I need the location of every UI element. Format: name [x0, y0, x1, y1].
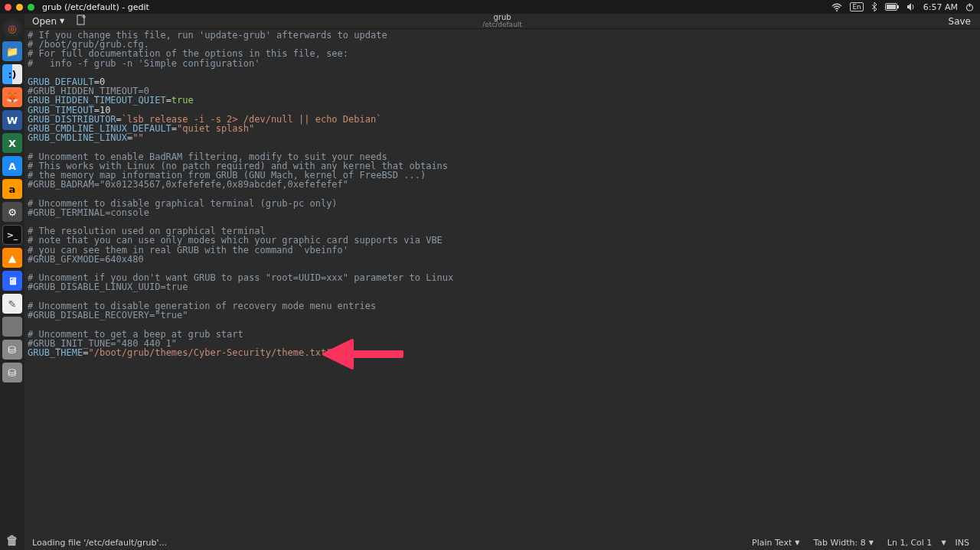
- svg-rect-3: [887, 5, 896, 9]
- code-line: #GRUB_DISABLE_LINUX_UUID=true: [28, 282, 188, 292]
- window-controls: [5, 4, 34, 11]
- launcher-files[interactable]: 📁: [2, 41, 22, 61]
- code-line: #GRUB_TERMINAL=console: [28, 207, 149, 218]
- svg-point-0: [836, 10, 838, 11]
- launcher-display[interactable]: 🖥: [2, 271, 22, 291]
- code-line: #GRUB_DISABLE_RECOVERY="true": [28, 310, 188, 321]
- svg-rect-2: [897, 5, 899, 8]
- launcher: ◎ 📁 :) 🦊 W X A a ⚙ >_ ▲ 🖥 ✎ ⛁ ⛁ 🗑: [0, 14, 24, 550]
- new-document-button[interactable]: [72, 15, 91, 28]
- var-value: "quiet splash": [177, 123, 254, 134]
- var-name: GRUB_THEME: [28, 347, 83, 358]
- insert-mode-label: INS: [956, 538, 969, 548]
- statusbar: Loading file '/etc/default/grub'... Plai…: [24, 535, 980, 550]
- tab-width-label: Tab Width: 8: [813, 538, 865, 548]
- launcher-firefox[interactable]: 🦊: [2, 87, 22, 107]
- menubar: grub (/etc/default) - gedit En 6:57 AM: [0, 0, 980, 14]
- firefox-icon: 🦊: [6, 92, 18, 103]
- open-button[interactable]: Open ▼: [24, 14, 72, 28]
- terminal-icon: >_: [7, 230, 18, 240]
- tab-width-selector[interactable]: Tab Width: 8 ▼: [808, 538, 877, 548]
- language-mode-label: Plain Text: [752, 538, 792, 548]
- equals: =: [172, 123, 177, 134]
- launcher-dash[interactable]: ◎: [2, 18, 22, 38]
- language-mode-selector[interactable]: Plain Text ▼: [747, 538, 804, 548]
- window-title: grub (/etc/default) - gedit: [42, 2, 149, 12]
- open-button-label: Open: [32, 16, 57, 27]
- launcher-gedit[interactable]: ✎: [2, 294, 22, 314]
- launcher-finder[interactable]: :): [2, 64, 22, 84]
- launcher-volume-2[interactable]: ⛁: [2, 363, 22, 382]
- battery-icon[interactable]: [885, 3, 899, 11]
- chevron-down-icon: ▼: [60, 18, 64, 24]
- folder-icon: 📁: [6, 46, 18, 57]
- word-icon: W: [7, 115, 18, 126]
- launcher-terminal[interactable]: >_: [2, 225, 22, 245]
- ubuntu-icon: ◎: [8, 23, 16, 34]
- appstore-icon: A: [8, 161, 16, 172]
- excel-icon: X: [8, 138, 16, 149]
- finder-icon: :): [8, 69, 16, 80]
- monitor-icon: 🖥: [8, 275, 18, 287]
- cursor-position: Ln 1, Col 1: [883, 538, 937, 548]
- launcher-trash[interactable]: 🗑: [2, 530, 22, 550]
- launcher-volume-1[interactable]: ⛁: [2, 340, 22, 360]
- document-path: /etc/default: [482, 21, 522, 29]
- text-editor[interactable]: # If you change this file, run 'update-g…: [24, 29, 980, 535]
- insert-mode[interactable]: INS: [951, 538, 974, 548]
- launcher-settings[interactable]: ⚙: [2, 202, 22, 222]
- gedit-icon: ✎: [8, 298, 17, 310]
- disk-icon: ⛁: [8, 367, 17, 379]
- var-name: GRUB_CMDLINE_LINUX: [28, 132, 127, 143]
- volume-icon[interactable]: [906, 2, 916, 11]
- system-indicators: En 6:57 AM: [831, 2, 974, 12]
- disk-icon: ⛁: [8, 344, 17, 356]
- launcher-app-unknown[interactable]: [2, 317, 22, 337]
- maximize-window-icon[interactable]: [28, 4, 34, 11]
- code-line: # info -f grub -n 'Simple configuration': [28, 58, 260, 69]
- language-indicator[interactable]: En: [850, 2, 863, 11]
- launcher-word[interactable]: W: [2, 110, 22, 130]
- document-title: grub /etc/default: [482, 13, 522, 29]
- status-message: Loading file '/etc/default/grub'...: [24, 538, 167, 548]
- close-window-icon[interactable]: [5, 4, 11, 11]
- bluetooth-icon[interactable]: [871, 2, 877, 11]
- var-value: "/boot/grub/themes/Cyber-Security/theme.…: [88, 347, 332, 358]
- var-value: "": [132, 132, 143, 143]
- trash-icon: 🗑: [6, 533, 18, 548]
- var-value: true: [172, 95, 194, 106]
- vlc-icon: ▲: [8, 252, 16, 264]
- power-icon[interactable]: [965, 3, 974, 11]
- launcher-appstore[interactable]: A: [2, 156, 22, 176]
- wifi-icon[interactable]: [831, 3, 842, 11]
- launcher-amazon[interactable]: a: [2, 179, 22, 199]
- chevron-down-icon[interactable]: ▼: [941, 539, 946, 546]
- code-line: #GRUB_BADRAM="0x01234567,0xfefefefe,0x89…: [28, 179, 348, 190]
- new-document-icon: [77, 15, 87, 25]
- amazon-icon: a: [9, 184, 16, 195]
- launcher-vlc[interactable]: ▲: [2, 248, 22, 268]
- gedit-toolbar: Open ▼ grub /etc/default Save: [24, 14, 980, 29]
- chevron-down-icon: ▼: [795, 539, 799, 546]
- cursor-position-label: Ln 1, Col 1: [887, 538, 933, 548]
- clock[interactable]: 6:57 AM: [923, 2, 958, 12]
- chevron-down-icon: ▼: [869, 539, 874, 546]
- launcher-excel[interactable]: X: [2, 133, 22, 153]
- gear-icon: ⚙: [8, 207, 17, 218]
- code-line: #GRUB_GFXMODE=640x480: [28, 254, 144, 265]
- equals: =: [166, 95, 172, 106]
- save-button[interactable]: Save: [939, 16, 980, 27]
- minimize-window-icon[interactable]: [16, 4, 23, 11]
